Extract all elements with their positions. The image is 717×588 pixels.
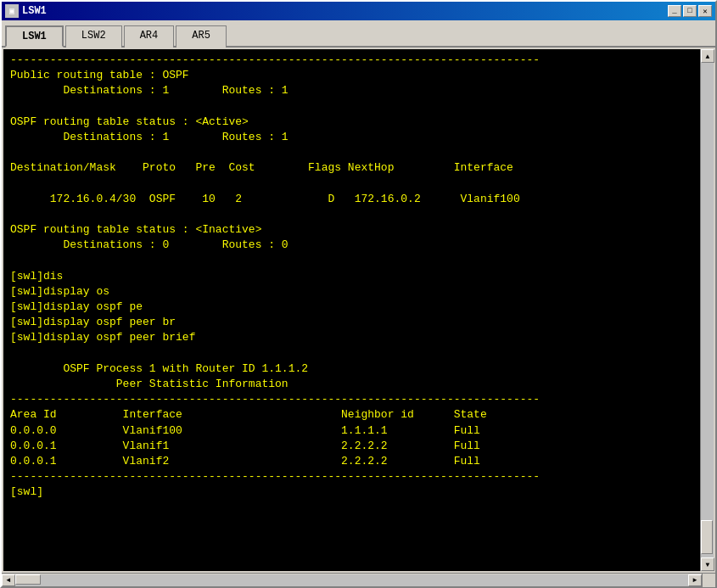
scroll-down-button[interactable]: ▼ [701,557,714,571]
tab-ar5[interactable]: AR5 [176,25,227,48]
minimize-button[interactable]: _ [668,5,681,17]
vertical-scrollbar: ▲ ▼ [700,49,714,571]
terminal-output[interactable]: ----------------------------------------… [3,49,700,571]
title-bar-left: ▣ LSW1 [5,4,47,18]
scroll-right-button[interactable]: ► [688,574,702,586]
scroll-left-button[interactable]: ◄ [2,574,15,586]
horizontal-scrollbar: ◄ ► [2,574,702,586]
scroll-up-button[interactable]: ▲ [701,49,714,63]
window-icon: ▣ [5,4,19,18]
scroll-thumb-v[interactable] [701,520,713,554]
scroll-track-h[interactable] [15,574,688,586]
close-button[interactable]: ✕ [698,5,712,17]
main-window: ▣ LSW1 _ □ ✕ LSW1 LSW2 AR4 AR5 ---------… [0,0,717,588]
tab-lsw2[interactable]: LSW2 [65,25,122,48]
tabs-bar: LSW1 LSW2 AR4 AR5 [2,20,715,48]
bottom-bar: ◄ ► [2,573,715,586]
scroll-track-v[interactable] [701,63,714,557]
content-area: ----------------------------------------… [2,48,715,573]
title-bar: ▣ LSW1 _ □ ✕ [2,2,715,20]
scrollbar-corner [702,574,715,587]
tab-ar4[interactable]: AR4 [124,25,175,48]
tab-lsw1[interactable]: LSW1 [5,25,64,48]
window-title: LSW1 [22,5,47,17]
title-buttons: _ □ ✕ [668,5,712,17]
scroll-thumb-h[interactable] [15,574,41,585]
restore-button[interactable]: □ [683,5,697,17]
